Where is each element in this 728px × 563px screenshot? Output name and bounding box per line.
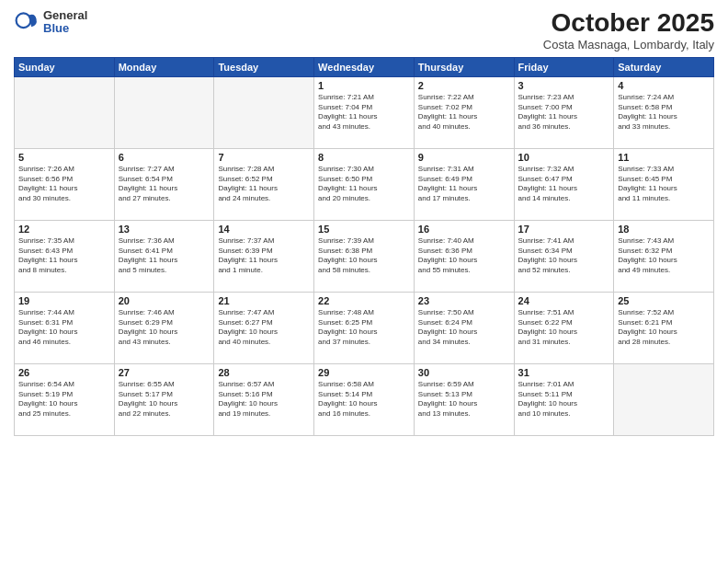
calendar-cell: [614, 363, 714, 435]
calendar-cell: 13Sunrise: 7:36 AM Sunset: 6:41 PM Dayli…: [114, 220, 214, 292]
col-friday: Friday: [514, 57, 614, 76]
day-number: 5: [18, 152, 110, 163]
day-number: 25: [618, 295, 710, 306]
day-number: 8: [318, 152, 410, 163]
day-number: 4: [618, 80, 710, 91]
logo-icon: [14, 9, 40, 35]
day-info: Sunrise: 7:43 AM Sunset: 6:32 PM Dayligh…: [618, 236, 710, 276]
day-info: Sunrise: 7:47 AM Sunset: 6:27 PM Dayligh…: [218, 308, 310, 348]
day-info: Sunrise: 7:01 AM Sunset: 5:11 PM Dayligh…: [518, 380, 610, 419]
col-thursday: Thursday: [414, 57, 514, 76]
day-number: 10: [518, 152, 610, 163]
day-info: Sunrise: 6:57 AM Sunset: 5:16 PM Dayligh…: [218, 380, 310, 419]
day-info: Sunrise: 7:23 AM Sunset: 7:00 PM Dayligh…: [518, 93, 610, 132]
day-number: 31: [518, 367, 610, 378]
calendar-cell: 25Sunrise: 7:52 AM Sunset: 6:21 PM Dayli…: [614, 292, 714, 363]
calendar-week-1: 1Sunrise: 7:21 AM Sunset: 7:04 PM Daylig…: [15, 76, 714, 148]
day-number: 28: [218, 367, 310, 378]
day-info: Sunrise: 6:55 AM Sunset: 5:17 PM Dayligh…: [119, 380, 210, 419]
day-number: 15: [318, 224, 410, 235]
day-number: 24: [518, 295, 610, 306]
day-info: Sunrise: 7:26 AM Sunset: 6:56 PM Dayligh…: [18, 165, 110, 204]
day-number: 3: [518, 80, 610, 91]
calendar-cell: 10Sunrise: 7:32 AM Sunset: 6:47 PM Dayli…: [514, 148, 614, 220]
day-number: 21: [218, 295, 310, 306]
calendar-cell: 26Sunrise: 6:54 AM Sunset: 5:19 PM Dayli…: [15, 363, 115, 435]
day-info: Sunrise: 7:39 AM Sunset: 6:38 PM Dayligh…: [318, 236, 410, 276]
day-number: 30: [418, 367, 510, 378]
day-info: Sunrise: 7:52 AM Sunset: 6:21 PM Dayligh…: [618, 308, 710, 348]
day-info: Sunrise: 7:50 AM Sunset: 6:24 PM Dayligh…: [418, 308, 510, 348]
calendar-table: Sunday Monday Tuesday Wednesday Thursday…: [14, 57, 714, 436]
day-info: Sunrise: 7:44 AM Sunset: 6:31 PM Dayligh…: [18, 308, 110, 348]
day-info: Sunrise: 7:40 AM Sunset: 6:36 PM Dayligh…: [418, 236, 510, 276]
calendar-cell: 19Sunrise: 7:44 AM Sunset: 6:31 PM Dayli…: [15, 292, 115, 363]
day-number: 22: [318, 295, 410, 306]
calendar-week-4: 19Sunrise: 7:44 AM Sunset: 6:31 PM Dayli…: [15, 292, 714, 363]
calendar-cell: 30Sunrise: 6:59 AM Sunset: 5:13 PM Dayli…: [414, 363, 514, 435]
day-info: Sunrise: 7:22 AM Sunset: 7:02 PM Dayligh…: [418, 93, 510, 132]
col-wednesday: Wednesday: [314, 57, 415, 76]
calendar-cell: 17Sunrise: 7:41 AM Sunset: 6:34 PM Dayli…: [514, 220, 614, 292]
calendar-cell: 21Sunrise: 7:47 AM Sunset: 6:27 PM Dayli…: [214, 292, 314, 363]
day-info: Sunrise: 7:21 AM Sunset: 7:04 PM Dayligh…: [318, 93, 410, 132]
day-number: 26: [18, 367, 110, 378]
header: General Blue October 2025 Costa Masnaga,…: [14, 9, 714, 52]
page-container: General Blue October 2025 Costa Masnaga,…: [0, 0, 728, 441]
day-info: Sunrise: 7:32 AM Sunset: 6:47 PM Dayligh…: [518, 165, 610, 204]
calendar-cell: 14Sunrise: 7:37 AM Sunset: 6:39 PM Dayli…: [214, 220, 314, 292]
calendar-cell: 11Sunrise: 7:33 AM Sunset: 6:45 PM Dayli…: [614, 148, 714, 220]
day-number: 6: [119, 152, 210, 163]
header-row: Sunday Monday Tuesday Wednesday Thursday…: [15, 57, 714, 76]
day-number: 14: [218, 224, 310, 235]
calendar-cell: [15, 76, 115, 148]
logo-blue-text: Blue: [43, 22, 87, 35]
day-number: 7: [218, 152, 310, 163]
day-number: 13: [119, 224, 210, 235]
day-number: 12: [18, 224, 110, 235]
day-info: Sunrise: 7:30 AM Sunset: 6:50 PM Dayligh…: [318, 165, 410, 204]
day-info: Sunrise: 7:31 AM Sunset: 6:49 PM Dayligh…: [418, 165, 510, 204]
calendar-cell: 3Sunrise: 7:23 AM Sunset: 7:00 PM Daylig…: [514, 76, 614, 148]
col-sunday: Sunday: [15, 57, 115, 76]
calendar-cell: 7Sunrise: 7:28 AM Sunset: 6:52 PM Daylig…: [214, 148, 314, 220]
col-tuesday: Tuesday: [214, 57, 314, 76]
day-number: 17: [518, 224, 610, 235]
calendar-cell: 29Sunrise: 6:58 AM Sunset: 5:14 PM Dayli…: [314, 363, 415, 435]
calendar-cell: 24Sunrise: 7:51 AM Sunset: 6:22 PM Dayli…: [514, 292, 614, 363]
day-info: Sunrise: 6:59 AM Sunset: 5:13 PM Dayligh…: [418, 380, 510, 419]
calendar-cell: 20Sunrise: 7:46 AM Sunset: 6:29 PM Dayli…: [114, 292, 214, 363]
calendar-week-5: 26Sunrise: 6:54 AM Sunset: 5:19 PM Dayli…: [15, 363, 714, 435]
svg-point-0: [17, 14, 31, 29]
calendar-cell: 4Sunrise: 7:24 AM Sunset: 6:58 PM Daylig…: [614, 76, 714, 148]
title-block: October 2025 Costa Masnaga, Lombardy, It…: [543, 9, 714, 52]
day-info: Sunrise: 7:36 AM Sunset: 6:41 PM Dayligh…: [119, 236, 210, 276]
day-info: Sunrise: 7:27 AM Sunset: 6:54 PM Dayligh…: [119, 165, 210, 204]
day-info: Sunrise: 7:24 AM Sunset: 6:58 PM Dayligh…: [618, 93, 710, 132]
month-title: October 2025: [543, 9, 714, 38]
day-info: Sunrise: 7:46 AM Sunset: 6:29 PM Dayligh…: [119, 308, 210, 348]
calendar-cell: [114, 76, 214, 148]
day-info: Sunrise: 7:37 AM Sunset: 6:39 PM Dayligh…: [218, 236, 310, 276]
calendar-cell: 16Sunrise: 7:40 AM Sunset: 6:36 PM Dayli…: [414, 220, 514, 292]
day-number: 2: [418, 80, 510, 91]
calendar-cell: 22Sunrise: 7:48 AM Sunset: 6:25 PM Dayli…: [314, 292, 415, 363]
day-number: 11: [618, 152, 710, 163]
calendar-cell: 23Sunrise: 7:50 AM Sunset: 6:24 PM Dayli…: [414, 292, 514, 363]
calendar-body: 1Sunrise: 7:21 AM Sunset: 7:04 PM Daylig…: [15, 76, 714, 435]
calendar-cell: 31Sunrise: 7:01 AM Sunset: 5:11 PM Dayli…: [514, 363, 614, 435]
calendar-cell: 2Sunrise: 7:22 AM Sunset: 7:02 PM Daylig…: [414, 76, 514, 148]
day-number: 19: [18, 295, 110, 306]
day-info: Sunrise: 7:51 AM Sunset: 6:22 PM Dayligh…: [518, 308, 610, 348]
day-info: Sunrise: 6:58 AM Sunset: 5:14 PM Dayligh…: [318, 380, 410, 419]
calendar-cell: 5Sunrise: 7:26 AM Sunset: 6:56 PM Daylig…: [15, 148, 115, 220]
calendar-cell: 9Sunrise: 7:31 AM Sunset: 6:49 PM Daylig…: [414, 148, 514, 220]
day-number: 1: [318, 80, 410, 91]
calendar-cell: 27Sunrise: 6:55 AM Sunset: 5:17 PM Dayli…: [114, 363, 214, 435]
logo: General Blue: [14, 9, 87, 36]
location-subtitle: Costa Masnaga, Lombardy, Italy: [543, 38, 714, 52]
day-number: 18: [618, 224, 710, 235]
day-info: Sunrise: 7:35 AM Sunset: 6:43 PM Dayligh…: [18, 236, 110, 276]
day-number: 9: [418, 152, 510, 163]
calendar-cell: [214, 76, 314, 148]
